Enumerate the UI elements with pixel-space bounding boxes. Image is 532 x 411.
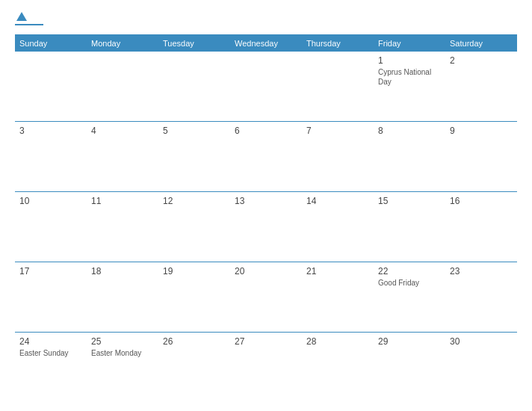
day-number: 7 xyxy=(306,126,369,136)
logo-top xyxy=(15,12,27,22)
cal-cell: 6 xyxy=(230,122,302,191)
cal-cell: 18 xyxy=(87,262,158,332)
cal-cell: 13 xyxy=(230,192,302,262)
day-number: 20 xyxy=(235,266,297,276)
cal-cell: 9 xyxy=(445,122,517,191)
calendar-page: SundayMondayTuesdayWednesdayThursdayFrid… xyxy=(0,0,532,411)
day-number: 17 xyxy=(19,266,82,276)
cal-cell: 3 xyxy=(15,122,87,191)
calendar-row-1: 1Cyprus National Day2 xyxy=(15,52,517,122)
day-number: 26 xyxy=(163,336,226,347)
calendar-row-3: 10111213141516 xyxy=(15,192,517,262)
cal-cell: 10 xyxy=(15,192,87,262)
cal-cell: 23 xyxy=(445,262,517,332)
day-number: 9 xyxy=(450,126,513,136)
cal-cell: 16 xyxy=(445,192,517,262)
cal-cell: 8 xyxy=(374,122,445,191)
day-header-sunday: Sunday xyxy=(15,35,87,52)
logo xyxy=(15,12,43,25)
cal-cell: 27 xyxy=(230,333,302,402)
day-number: 4 xyxy=(91,126,154,136)
day-number: 13 xyxy=(235,196,297,206)
cal-cell: 11 xyxy=(87,192,158,262)
cal-cell: 29 xyxy=(374,333,445,402)
cal-cell xyxy=(87,52,158,121)
cal-cell: 4 xyxy=(87,122,158,191)
cal-cell: 30 xyxy=(445,333,517,402)
logo-line xyxy=(15,24,43,25)
day-number: 16 xyxy=(450,196,513,206)
day-header-monday: Monday xyxy=(87,35,158,52)
page-header xyxy=(15,12,517,25)
day-number: 14 xyxy=(306,196,369,206)
day-header-saturday: Saturday xyxy=(445,35,517,52)
calendar-row-5: 24Easter Sunday25Easter Monday2627282930 xyxy=(15,333,517,402)
day-header-tuesday: Tuesday xyxy=(158,35,230,52)
logo-triangle-icon xyxy=(16,12,27,21)
calendar-row-2: 3456789 xyxy=(15,122,517,192)
cal-cell: 24Easter Sunday xyxy=(15,333,87,402)
day-number: 25 xyxy=(91,336,154,347)
cal-cell: 28 xyxy=(302,333,374,402)
cal-cell: 26 xyxy=(158,333,230,402)
day-number: 6 xyxy=(235,126,297,136)
day-number: 28 xyxy=(306,336,369,347)
cal-cell: 15 xyxy=(374,192,445,262)
cal-cell: 1Cyprus National Day xyxy=(374,52,445,121)
cal-cell: 22Good Friday xyxy=(374,262,445,332)
day-number: 24 xyxy=(19,336,82,347)
cal-cell xyxy=(230,52,302,121)
day-number: 21 xyxy=(306,266,369,276)
cal-cell: 5 xyxy=(158,122,230,191)
day-header-friday: Friday xyxy=(374,35,445,52)
day-number: 15 xyxy=(378,196,441,206)
cal-cell: 7 xyxy=(302,122,374,191)
day-header-thursday: Thursday xyxy=(302,35,374,52)
cal-cell xyxy=(302,52,374,121)
day-number: 29 xyxy=(378,336,441,347)
day-number: 18 xyxy=(91,266,154,276)
cal-cell: 14 xyxy=(302,192,374,262)
day-number: 8 xyxy=(378,126,441,136)
calendar-header: SundayMondayTuesdayWednesdayThursdayFrid… xyxy=(15,34,517,52)
cal-cell xyxy=(158,52,230,121)
cal-cell: 25Easter Monday xyxy=(87,333,158,402)
cal-cell: 20 xyxy=(230,262,302,332)
day-number: 19 xyxy=(163,266,226,276)
day-number: 27 xyxy=(235,336,297,347)
day-number: 12 xyxy=(163,196,226,206)
day-number: 3 xyxy=(19,126,82,136)
holiday-label: Easter Monday xyxy=(91,348,154,358)
day-number: 1 xyxy=(378,55,441,66)
day-number: 10 xyxy=(19,196,82,206)
calendar-row-4: 171819202122Good Friday23 xyxy=(15,262,517,333)
day-number: 30 xyxy=(450,336,513,347)
holiday-label: Cyprus National Day xyxy=(378,67,441,87)
cal-cell: 19 xyxy=(158,262,230,332)
day-number: 5 xyxy=(163,126,226,136)
cal-cell: 17 xyxy=(15,262,87,332)
cal-cell: 12 xyxy=(158,192,230,262)
day-number: 2 xyxy=(450,55,513,66)
holiday-label: Good Friday xyxy=(378,278,441,288)
calendar-grid: SundayMondayTuesdayWednesdayThursdayFrid… xyxy=(15,34,517,402)
day-header-wednesday: Wednesday xyxy=(230,35,302,52)
cal-cell: 21 xyxy=(302,262,374,332)
cal-cell xyxy=(15,52,87,121)
day-number: 23 xyxy=(450,266,513,276)
holiday-label: Easter Sunday xyxy=(19,348,82,358)
cal-cell: 2 xyxy=(445,52,517,121)
calendar-body: 1Cyprus National Day23456789101112131415… xyxy=(15,52,517,402)
day-number: 22 xyxy=(378,266,441,276)
day-number: 11 xyxy=(91,196,154,206)
